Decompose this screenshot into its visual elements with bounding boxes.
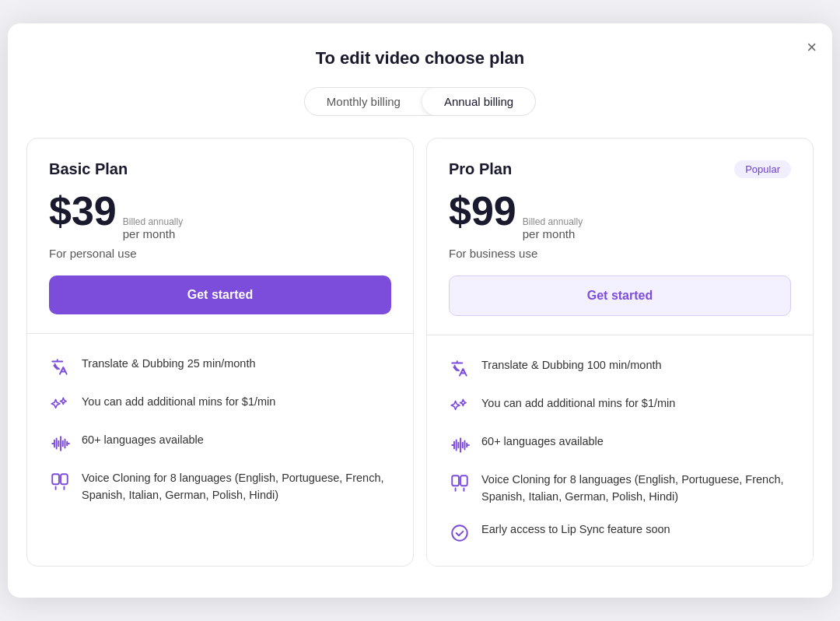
plan-header: Pro Plan Popular $99 Billed annually per… [427, 139, 813, 335]
billed-annually: Billed annually [523, 216, 583, 227]
wave-icon [49, 433, 71, 454]
feature-item: Voice Cloning for 8 languages (English, … [49, 470, 391, 504]
plan-card-basic: Basic Plan $39 Billed annually per month… [26, 138, 414, 567]
clone-icon [449, 472, 471, 494]
svg-rect-0 [52, 475, 59, 485]
feature-item: Translate & Dubbing 25 min/month [49, 356, 391, 378]
annual-billing-btn[interactable]: Annual billing [422, 88, 535, 115]
feature-text: 60+ languages available [82, 432, 204, 449]
close-icon: × [807, 37, 817, 57]
get-started-button[interactable]: Get started [49, 275, 391, 314]
feature-item: Voice Cloning for 8 languages (English, … [449, 472, 791, 506]
billing-toggle: Monthly billing Annual billing [26, 87, 814, 116]
feature-item: Early access to Lip Sync feature soon [449, 521, 791, 544]
svg-rect-3 [460, 476, 467, 486]
clone-icon [49, 471, 71, 493]
feature-item: 60+ languages available [49, 432, 391, 454]
translate-icon [49, 356, 71, 378]
price-details: Billed annually per month [523, 216, 583, 240]
plan-features: Translate & Dubbing 25 min/month You can… [27, 334, 413, 526]
monthly-billing-btn[interactable]: Monthly billing [305, 88, 422, 115]
plan-features: Translate & Dubbing 100 min/month You ca… [427, 335, 813, 566]
close-button[interactable]: × [807, 39, 817, 56]
feature-text: Voice Cloning for 8 languages (English, … [82, 470, 391, 504]
per-month: per month [523, 227, 583, 240]
plan-name: Pro Plan [449, 160, 512, 178]
svg-rect-1 [61, 475, 68, 485]
plans-grid: Basic Plan $39 Billed annually per month… [26, 138, 814, 567]
feature-item: You can add additional mins for $1/min [49, 394, 391, 416]
plan-tagline: For personal use [49, 247, 391, 260]
popular-badge: Popular [734, 160, 791, 178]
per-month: per month [123, 227, 183, 240]
sparkle-icon [49, 395, 71, 416]
plan-name-row: Basic Plan [49, 160, 391, 178]
pricing-modal: × To edit video choose plan Monthly bill… [8, 23, 832, 598]
svg-rect-2 [452, 476, 459, 486]
feature-text: Early access to Lip Sync feature soon [481, 521, 670, 539]
feature-text: Translate & Dubbing 25 min/month [82, 356, 256, 373]
plan-header: Basic Plan $39 Billed annually per month… [27, 139, 413, 334]
price-row: $39 Billed annually per month [49, 191, 391, 240]
svg-point-4 [452, 525, 467, 541]
feature-text: Translate & Dubbing 100 min/month [481, 357, 662, 374]
billed-annually: Billed annually [123, 216, 183, 227]
price-details: Billed annually per month [123, 216, 183, 240]
plan-tagline: For business use [449, 247, 791, 260]
plan-card-pro: Pro Plan Popular $99 Billed annually per… [426, 138, 814, 567]
feature-item: Translate & Dubbing 100 min/month [449, 357, 791, 380]
feature-text: You can add additional mins for $1/min [82, 394, 275, 411]
price-amount: $39 [49, 191, 117, 231]
translate-icon [449, 358, 471, 380]
plan-name-row: Pro Plan Popular [449, 160, 791, 178]
check-icon [449, 522, 471, 544]
plan-name: Basic Plan [49, 160, 128, 178]
price-amount: $99 [449, 191, 516, 231]
price-row: $99 Billed annually per month [449, 191, 791, 240]
feature-text: You can add additional mins for $1/min [481, 395, 675, 412]
feature-item: You can add additional mins for $1/min [449, 395, 791, 418]
wave-icon [449, 434, 471, 456]
modal-title: To edit video choose plan [26, 48, 814, 68]
sparkle-icon [449, 396, 471, 418]
feature-text: 60+ languages available [481, 433, 604, 451]
feature-item: 60+ languages available [449, 433, 791, 456]
billing-toggle-inner: Monthly billing Annual billing [304, 87, 536, 116]
get-started-button[interactable]: Get started [449, 275, 791, 316]
feature-text: Voice Cloning for 8 languages (English, … [481, 472, 791, 506]
